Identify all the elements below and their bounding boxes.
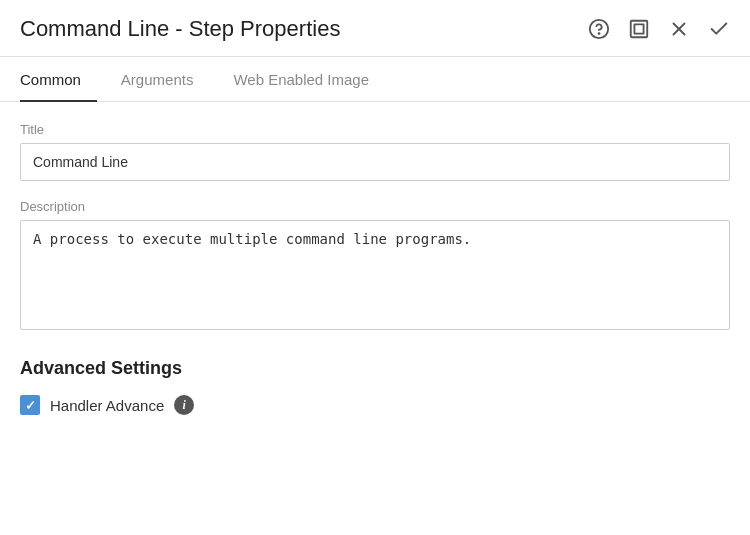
- handler-advance-info-icon[interactable]: i: [174, 395, 194, 415]
- close-icon[interactable]: [668, 18, 690, 40]
- dialog-header: Command Line - Step Properties: [0, 0, 750, 57]
- title-group: Title: [20, 122, 730, 181]
- tab-web-enabled-image[interactable]: Web Enabled Image: [229, 57, 385, 102]
- header-icons: [588, 18, 730, 40]
- description-label: Description: [20, 199, 730, 214]
- advanced-settings-section: Advanced Settings ✓ Handler Advance i: [20, 358, 730, 415]
- handler-advance-checkbox[interactable]: ✓: [20, 395, 40, 415]
- help-icon[interactable]: [588, 18, 610, 40]
- tab-bar: Common Arguments Web Enabled Image: [0, 57, 750, 102]
- maximize-icon[interactable]: [628, 18, 650, 40]
- description-group: Description A process to execute multipl…: [20, 199, 730, 334]
- title-input[interactable]: [20, 143, 730, 181]
- checkmark-icon: ✓: [25, 399, 36, 412]
- tab-common[interactable]: Common: [20, 57, 97, 102]
- title-label: Title: [20, 122, 730, 137]
- confirm-icon[interactable]: [708, 18, 730, 40]
- dialog-title: Command Line - Step Properties: [20, 16, 588, 42]
- handler-advance-label: Handler Advance: [50, 397, 164, 414]
- description-textarea[interactable]: A process to execute multiple command li…: [20, 220, 730, 330]
- svg-rect-3: [634, 24, 643, 33]
- svg-rect-2: [631, 21, 648, 38]
- dialog-container: Command Line - Step Properties: [0, 0, 750, 535]
- tab-content: Title Description A process to execute m…: [0, 102, 750, 535]
- advanced-settings-heading: Advanced Settings: [20, 358, 730, 379]
- tab-arguments[interactable]: Arguments: [117, 57, 210, 102]
- handler-advance-row: ✓ Handler Advance i: [20, 395, 730, 415]
